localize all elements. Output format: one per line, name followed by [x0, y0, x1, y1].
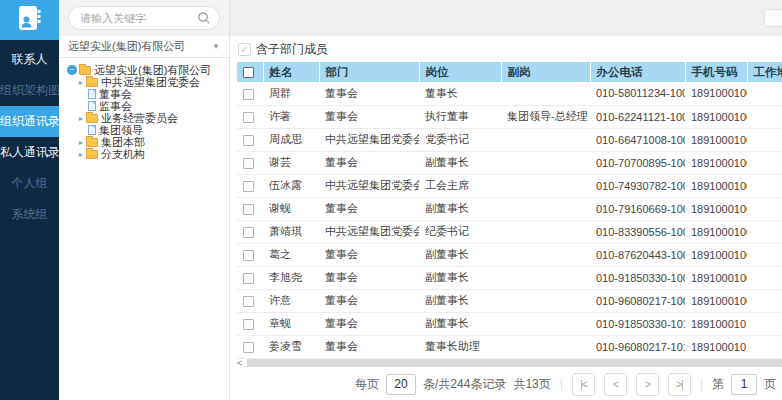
- row-checkbox[interactable]: [243, 158, 254, 169]
- select-all-checkbox[interactable]: [243, 67, 254, 78]
- divider: |: [560, 377, 563, 391]
- cell-工作地: [747, 266, 782, 289]
- table-row[interactable]: 谢芸董事会副董事长010-70700895-100318910001003: [237, 151, 782, 174]
- app-logo[interactable]: [0, 0, 59, 40]
- row-checkbox[interactable]: [243, 250, 254, 261]
- next-page-button[interactable]: >: [636, 373, 659, 396]
- column-header-手机号码[interactable]: 手机号码: [685, 62, 747, 82]
- sidebar-item-组织通讯录[interactable]: 组织通讯录: [0, 106, 59, 137]
- horizontal-scrollbar[interactable]: <: [237, 359, 782, 368]
- row-checkbox[interactable]: [243, 89, 254, 100]
- table-row[interactable]: 周群董事会董事长010-58011234-100018910001000: [237, 82, 782, 105]
- column-header-副岗[interactable]: 副岗: [501, 62, 590, 82]
- cell-副岗: [501, 243, 590, 266]
- folder-open-icon: [79, 66, 91, 75]
- collapse-toggle-icon[interactable]: −: [67, 65, 77, 75]
- tree-node[interactable]: 董事会: [67, 88, 229, 100]
- cell-岗位: 纪委书记: [419, 220, 501, 243]
- toolbar-button[interactable]: [764, 9, 782, 27]
- expand-arrow-icon[interactable]: ▸: [79, 138, 83, 147]
- column-header-岗位[interactable]: 岗位: [419, 62, 501, 82]
- cell-岗位: 副董事长: [419, 151, 501, 174]
- page-prefix-label: 第: [712, 376, 724, 393]
- scrollbar-thumb[interactable]: [247, 359, 782, 367]
- tree-node[interactable]: ▸业务经营委员会: [67, 112, 229, 124]
- table-row[interactable]: 许意董事会副董事长010-96080217-100918910001009: [237, 289, 782, 312]
- expand-arrow-icon[interactable]: ▸: [79, 78, 83, 87]
- table-row[interactable]: 葛之董事会副董事长010-87620443-100718910001007: [237, 243, 782, 266]
- column-header-工作地[interactable]: 工作地: [747, 62, 782, 82]
- search-input[interactable]: [80, 8, 195, 28]
- cell-工作地: [747, 243, 782, 266]
- folder-icon: [86, 150, 98, 159]
- cell-部门: 董事会: [319, 266, 419, 289]
- table-body: 周群董事会董事长010-58011234-100018910001000许著董事…: [237, 82, 782, 358]
- address-book-icon: [17, 4, 43, 36]
- row-checkbox-cell: [237, 243, 263, 266]
- row-checkbox[interactable]: [243, 342, 254, 353]
- table-row[interactable]: 章蚬董事会副董事长010-91850330-101018910001010: [237, 312, 782, 335]
- expand-arrow-icon[interactable]: ▸: [79, 114, 83, 123]
- row-checkbox[interactable]: [243, 296, 254, 307]
- row-checkbox[interactable]: [243, 181, 254, 192]
- column-header-办公电话[interactable]: 办公电话: [590, 62, 685, 82]
- chevron-down-icon: ▼: [212, 36, 220, 57]
- cell-姓名: 许意: [263, 289, 319, 312]
- table-row[interactable]: 姜凌雪董事会董事长助理010-96080217-101118910001011: [237, 335, 782, 358]
- search-icon[interactable]: [197, 11, 211, 29]
- cell-部门: 董事会: [319, 312, 419, 335]
- cell-姓名: 章蚬: [263, 312, 319, 335]
- table-row[interactable]: 李旭尧董事会副董事长010-91850330-100818910001008: [237, 266, 782, 289]
- tree-node[interactable]: ▸中共远望集团党委会: [67, 76, 229, 88]
- org-tree: −远望实业(集团)有限公司▸中共远望集团党委会董事会监事会▸业务经营委员会集团领…: [59, 58, 229, 160]
- table-header-row: 姓名部门岗位副岗办公电话手机号码工作地: [237, 62, 782, 82]
- folder-icon: [86, 114, 98, 123]
- table-row[interactable]: 伍冰露中共远望集团党委会/工会...工会主席010-74930782-10041…: [237, 174, 782, 197]
- cell-工作地: [747, 151, 782, 174]
- sidebar-item-私人通讯录[interactable]: 私人通讯录: [0, 137, 59, 168]
- cell-工作地: [747, 128, 782, 151]
- column-header-部门[interactable]: 部门: [319, 62, 419, 82]
- tree-node[interactable]: ▸分支机构: [67, 148, 229, 160]
- company-select[interactable]: 远望实业(集团)有限公司 ▼: [59, 36, 229, 58]
- row-checkbox[interactable]: [243, 319, 254, 330]
- sidebar-item-组织架构图[interactable]: 组织架构图: [0, 75, 59, 106]
- expand-arrow-icon[interactable]: ▸: [79, 150, 83, 159]
- row-checkbox-cell: [237, 312, 263, 335]
- filter-row: ✓ 含子部门成员: [230, 36, 782, 62]
- last-page-button[interactable]: >|: [668, 373, 691, 396]
- row-checkbox[interactable]: [243, 273, 254, 284]
- sidebar-item-系统组[interactable]: 系统组: [0, 199, 59, 230]
- table-row[interactable]: 周成思中共远望集团党委会/党委...党委书记010-66471008-10021…: [237, 128, 782, 151]
- file-icon: [88, 125, 96, 135]
- cell-手机号码: 18910001009: [685, 289, 747, 312]
- table-row[interactable]: 萧靖琪中共远望集团党委会/纪委纪委书记010-83390556-10061891…: [237, 220, 782, 243]
- scroll-left-icon[interactable]: <: [237, 359, 247, 368]
- cell-办公电话: 010-91850330-1008: [590, 266, 685, 289]
- row-checkbox[interactable]: [243, 204, 254, 215]
- tree-node[interactable]: 集团领导: [67, 124, 229, 136]
- first-page-button[interactable]: |<: [572, 373, 595, 396]
- table-row[interactable]: 许著董事会执行董事集团领导-总经理010-62241121-1001189100…: [237, 105, 782, 128]
- table-row[interactable]: 谢蚬董事会副董事长010-79160669-100518910001005: [237, 197, 782, 220]
- cell-姓名: 许著: [263, 105, 319, 128]
- column-header-姓名[interactable]: 姓名: [263, 62, 319, 82]
- page-size-input[interactable]: 20: [386, 374, 416, 395]
- cell-姓名: 谢芸: [263, 151, 319, 174]
- sidebar-item-个人组[interactable]: 个人组: [0, 168, 59, 199]
- members-table-wrap: 姓名部门岗位副岗办公电话手机号码工作地 周群董事会董事长010-58011234…: [237, 62, 782, 359]
- prev-page-button[interactable]: <: [604, 373, 627, 396]
- sidebar-item-联系人[interactable]: 联系人: [0, 44, 59, 75]
- cell-部门: 中共远望集团党委会/工会...: [319, 174, 419, 197]
- row-checkbox[interactable]: [243, 227, 254, 238]
- cell-副岗: [501, 266, 590, 289]
- row-checkbox[interactable]: [243, 112, 254, 123]
- cell-办公电话: 010-96080217-1011: [590, 335, 685, 358]
- cell-工作地: [747, 289, 782, 312]
- include-sub-dept-checkbox[interactable]: ✓: [238, 43, 251, 56]
- tree-node[interactable]: ▸集团本部: [67, 136, 229, 148]
- row-checkbox[interactable]: [243, 135, 254, 146]
- current-page-input[interactable]: 1: [731, 374, 757, 395]
- cell-岗位: 董事长: [419, 82, 501, 105]
- row-checkbox-cell: [237, 174, 263, 197]
